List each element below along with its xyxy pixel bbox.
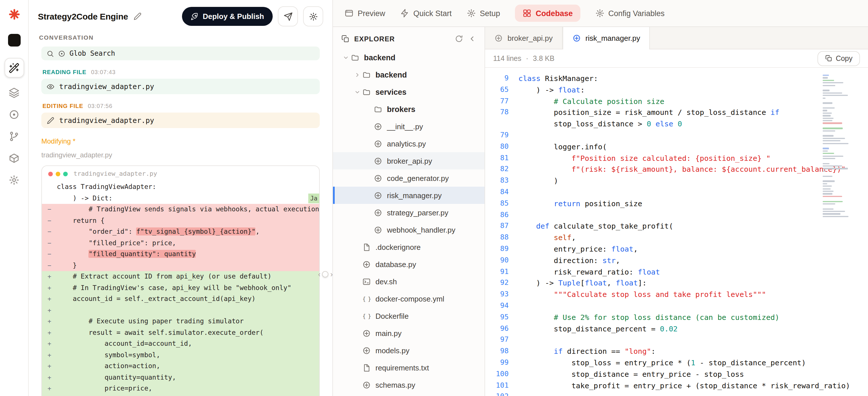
conversation-settings-button[interactable]	[303, 6, 323, 26]
code-line: 79	[485, 130, 868, 141]
code-line: 77 # Calculate position size	[485, 96, 868, 107]
code-line: 94	[485, 300, 868, 312]
tree-item-label: database.py	[375, 260, 416, 269]
line-number: 90	[485, 255, 518, 267]
chevron-down-icon[interactable]	[352, 88, 362, 96]
tree-item-brokers[interactable]: brokers	[333, 100, 485, 118]
refresh-button[interactable]	[455, 34, 463, 43]
layers-tool[interactable]	[7, 86, 21, 99]
tree-item-broker-api-py[interactable]: broker_api.py	[333, 152, 485, 170]
file-type-icon	[362, 380, 371, 389]
tree-item-requirements-txt[interactable]: requirements.txt	[333, 359, 485, 376]
edit-title-button[interactable]	[133, 12, 142, 21]
tab-config-variables[interactable]: Config Variables	[595, 9, 664, 18]
app-window: Strategy2Code Engine Deploy & Publish CO…	[0, 0, 868, 396]
chevron-spacer	[364, 191, 374, 199]
code-line: 9class RiskManager:	[485, 73, 868, 85]
code-lines: 9class RiskManager:65 ) -> float:77 # Ca…	[485, 73, 868, 396]
file-tree: backendbackendservicesbrokers__init__.py…	[333, 49, 485, 396]
app-logo	[7, 7, 21, 21]
copy-label: Copy	[836, 54, 852, 62]
tree-item-risk-manager-py[interactable]: risk_manager.py	[333, 187, 485, 204]
glob-search-item[interactable]: Glob Search	[41, 47, 320, 60]
folder-icon	[362, 70, 371, 79]
chevron-spacer	[352, 312, 362, 320]
conversation-events[interactable]: Glob Search READING FILE 03:07:43 tradin…	[29, 42, 332, 396]
diff-line: + # Execute using paper trading simulato…	[42, 316, 319, 327]
code-area[interactable]: 9class RiskManager:65 ) -> float:77 # Ca…	[485, 68, 868, 396]
tree-item-code-generator-py[interactable]: code_generator.py	[333, 170, 485, 187]
explorer-title: EXPLORER	[354, 35, 395, 43]
send-button[interactable]	[278, 6, 298, 26]
file-type-icon	[374, 122, 382, 131]
code-line: 96 stop_distance_percent = 0.02	[485, 323, 868, 335]
tree-item-webhook-handler-py[interactable]: webhook_handler.py	[333, 221, 485, 238]
code-line: 86	[485, 209, 868, 221]
line-number: 96	[485, 323, 518, 335]
gear-icon	[467, 9, 476, 18]
tree-item-docker-compose-yml[interactable]: { }docker-compose.yml	[333, 290, 485, 307]
tree-item-label: Dockerfile	[375, 311, 409, 320]
target-tool[interactable]	[7, 108, 21, 121]
code-line: 93 """Calculate stop loss and take profi…	[485, 289, 868, 300]
code-line: 90 direction: str,	[485, 255, 868, 267]
chevron-spacer	[364, 122, 374, 130]
wand-icon	[9, 62, 20, 73]
tab-quick-start[interactable]: Quick Start	[400, 9, 452, 18]
line-number: 98	[485, 346, 518, 357]
tree-item-strategy-parser-py[interactable]: strategy_parser.py	[333, 204, 485, 221]
line-number	[485, 118, 518, 130]
tree-item-database-py[interactable]: database.py	[333, 255, 485, 273]
line-number: 93	[485, 289, 518, 300]
line-number: 92	[485, 278, 518, 289]
tree-item-label: backend	[375, 70, 407, 79]
code-line: 85 return position_size	[485, 198, 868, 210]
chevron-right-icon[interactable]	[352, 71, 362, 79]
diff-line: ) -> Dict:Ja	[42, 193, 319, 204]
logo-icon	[8, 8, 20, 21]
copy-button[interactable]: Copy	[817, 51, 860, 66]
tree-item-services[interactable]: services	[333, 83, 485, 100]
editor-tab-label: broker_api.py	[507, 34, 553, 42]
diff-line: − }	[42, 260, 319, 271]
tree-item-backend[interactable]: backend	[333, 66, 485, 83]
tree-item-init-py[interactable]: __init__.py	[333, 118, 485, 135]
panel-resize-handle[interactable]: ‹›	[318, 270, 333, 279]
app-title: Strategy2Code Engine	[38, 11, 128, 21]
workspace-avatar[interactable]	[8, 34, 20, 47]
refresh-icon	[455, 34, 463, 43]
file-type-icon	[362, 243, 371, 251]
collapse-panel-button[interactable]	[468, 34, 476, 43]
tree-item-models-py[interactable]: models.py	[333, 342, 485, 359]
rocket-icon	[191, 12, 198, 20]
minimap[interactable]	[823, 75, 865, 220]
tree-item-backend[interactable]: backend	[333, 49, 485, 66]
wand-tool[interactable]	[4, 58, 24, 78]
line-number: 85	[485, 198, 518, 210]
window-minimize-dot	[56, 172, 60, 176]
tab-setup[interactable]: Setup	[467, 9, 500, 18]
reading-file-item[interactable]: tradingview_adapter.py	[41, 79, 320, 94]
tab-label: Preview	[358, 9, 385, 18]
deploy-publish-button[interactable]: Deploy & Publish	[182, 7, 273, 26]
tab-label: Setup	[480, 9, 500, 18]
tree-item-analytics-py[interactable]: analytics.py	[333, 135, 485, 152]
tab-codebase[interactable]: Codebase	[515, 5, 580, 22]
settings-tool[interactable]	[7, 173, 21, 187]
editor-tab-risk-manager-py[interactable]: risk_manager.py	[563, 27, 650, 50]
window-close-dot	[48, 172, 53, 176]
editing-file-item[interactable]: tradingview_adapter.py	[41, 113, 320, 128]
chevron-down-icon[interactable]	[341, 53, 351, 61]
tab-preview[interactable]: Preview	[344, 9, 385, 18]
branch-tool[interactable]	[7, 129, 21, 143]
tree-item-dockerignore[interactable]: .dockerignore	[333, 238, 485, 255]
package-icon	[9, 152, 20, 163]
tree-item-dockerfile[interactable]: { }Dockerfile	[333, 307, 485, 325]
line-number: 102	[485, 391, 518, 396]
package-tool[interactable]	[7, 151, 21, 165]
editor-tab-broker-api-py[interactable]: broker_api.py	[485, 27, 563, 49]
tree-item-dev-sh[interactable]: dev.sh	[333, 273, 485, 290]
diff-line: + symbol=symbol,	[42, 349, 319, 361]
tree-item-main-py[interactable]: main.py	[333, 325, 485, 342]
tree-item-schemas-py[interactable]: schemas.py	[333, 376, 485, 393]
